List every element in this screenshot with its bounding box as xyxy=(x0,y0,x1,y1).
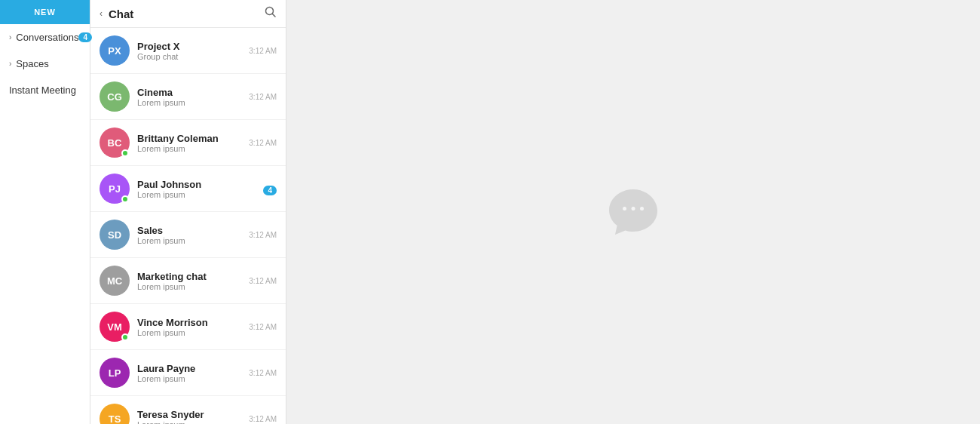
chat-time: 3:12 AM xyxy=(249,139,277,147)
new-button[interactable]: NEW xyxy=(0,0,90,24)
chat-list-item[interactable]: CGCinemaLorem ipsum3:12 AM xyxy=(90,74,286,120)
chat-placeholder-icon xyxy=(603,182,663,242)
chat-meta: 3:12 AM xyxy=(249,415,277,423)
chat-info: Teresa SnyderLorem ipsum xyxy=(137,409,243,425)
avatar: PX xyxy=(100,35,130,66)
chat-meta: 3:12 AM xyxy=(249,47,277,55)
avatar: VM xyxy=(100,312,130,342)
chat-header: ‹ Chat xyxy=(90,0,286,28)
chat-meta: 3:12 AM xyxy=(249,231,277,239)
chat-info: Brittany ColemanLorem ipsum xyxy=(137,133,243,153)
chevron-icon: › xyxy=(9,33,11,41)
chat-meta: 3:12 AM xyxy=(249,277,277,285)
chat-meta: 3:12 AM xyxy=(249,93,277,101)
chat-name: Cinema xyxy=(137,87,243,98)
chat-time: 3:12 AM xyxy=(249,277,277,285)
svg-line-1 xyxy=(273,14,276,17)
sidebar: NEW › Conversations 4 › Spaces Instant M… xyxy=(0,0,90,424)
avatar: PJ xyxy=(100,174,130,204)
sidebar-item-spaces[interactable]: › Spaces xyxy=(0,51,90,77)
chat-list-item[interactable]: PJPaul JohnsonLorem ipsum4 xyxy=(90,166,286,212)
chat-info: Paul JohnsonLorem ipsum xyxy=(137,179,257,199)
search-icon[interactable] xyxy=(265,6,277,21)
chat-time: 3:12 AM xyxy=(249,323,277,331)
chat-time: 3:12 AM xyxy=(249,369,277,377)
avatar: MC xyxy=(100,266,130,296)
online-indicator xyxy=(121,149,129,157)
sidebar-item-conversations[interactable]: › Conversations 4 xyxy=(0,24,90,51)
instant-meeting-label: Instant Meeting xyxy=(9,84,76,96)
chat-subtitle: Lorem ipsum xyxy=(137,98,243,107)
chat-list-item[interactable]: BCBrittany ColemanLorem ipsum3:12 AM xyxy=(90,120,286,166)
chat-list-item[interactable]: LPLaura PayneLorem ipsum3:12 AM xyxy=(90,350,286,396)
chat-info: CinemaLorem ipsum xyxy=(137,87,243,107)
chat-info: Project XGroup chat xyxy=(137,41,243,61)
chat-name: Brittany Coleman xyxy=(137,133,243,144)
chat-subtitle: Lorem ipsum xyxy=(137,420,243,425)
svg-rect-3 xyxy=(632,207,635,210)
chat-subtitle: Group chat xyxy=(137,52,243,61)
chat-meta: 3:12 AM xyxy=(249,323,277,331)
chat-time: 3:12 AM xyxy=(249,415,277,423)
chat-info: SalesLorem ipsum xyxy=(137,225,243,245)
main-area xyxy=(286,0,980,424)
chat-name: Teresa Snyder xyxy=(137,409,243,420)
conversations-label: Conversations xyxy=(16,32,78,43)
avatar: BC xyxy=(100,128,130,158)
chat-list-item[interactable]: SDSalesLorem ipsum3:12 AM xyxy=(90,212,286,258)
online-indicator xyxy=(121,333,129,341)
chat-name: Vince Morrison xyxy=(137,317,243,328)
sidebar-item-instant-meeting[interactable]: Instant Meeting xyxy=(0,77,90,103)
chat-subtitle: Lorem ipsum xyxy=(137,144,243,153)
chat-panel: ‹ Chat PXProject XGroup chat3:12 AMCGCin… xyxy=(90,0,286,424)
chat-subtitle: Lorem ipsum xyxy=(137,328,243,337)
chat-meta: 4 xyxy=(263,183,277,195)
chat-info: Laura PayneLorem ipsum xyxy=(137,363,243,383)
chat-list-item[interactable]: MCMarketing chatLorem ipsum3:12 AM xyxy=(90,258,286,304)
avatar: CG xyxy=(100,81,130,112)
chat-list-item[interactable]: VMVince MorrisonLorem ipsum3:12 AM xyxy=(90,304,286,350)
avatar: LP xyxy=(100,358,130,388)
chat-info: Marketing chatLorem ipsum xyxy=(137,271,243,291)
chat-meta: 3:12 AM xyxy=(249,369,277,377)
chat-subtitle: Lorem ipsum xyxy=(137,374,243,383)
back-chevron-icon[interactable]: ‹ xyxy=(100,8,103,19)
chat-title: Chat xyxy=(109,8,265,20)
chat-time: 3:12 AM xyxy=(249,231,277,239)
svg-rect-4 xyxy=(640,207,644,210)
avatar: TS xyxy=(100,404,130,424)
avatar: SD xyxy=(100,220,130,250)
chat-name: Marketing chat xyxy=(137,271,243,282)
chat-list-item[interactable]: TSTeresa SnyderLorem ipsum3:12 AM xyxy=(90,396,286,424)
chat-info: Vince MorrisonLorem ipsum xyxy=(137,317,243,337)
svg-rect-2 xyxy=(623,207,626,210)
chat-list-item[interactable]: PXProject XGroup chat3:12 AM xyxy=(90,28,286,74)
chat-subtitle: Lorem ipsum xyxy=(137,282,243,291)
chat-time: 3:12 AM xyxy=(249,47,277,55)
chat-subtitle: Lorem ipsum xyxy=(137,190,257,199)
chat-list: PXProject XGroup chat3:12 AMCGCinemaLore… xyxy=(90,28,286,424)
chat-name: Sales xyxy=(137,225,243,236)
chat-subtitle: Lorem ipsum xyxy=(137,236,243,245)
chat-name: Project X xyxy=(137,41,243,52)
unread-badge: 4 xyxy=(263,186,277,195)
online-indicator xyxy=(121,195,129,203)
chat-time: 3:12 AM xyxy=(249,93,277,101)
chat-meta: 3:12 AM xyxy=(249,139,277,147)
spaces-label: Spaces xyxy=(16,58,48,69)
chevron-icon: › xyxy=(9,60,11,68)
chat-name: Paul Johnson xyxy=(137,179,257,190)
chat-name: Laura Payne xyxy=(137,363,243,374)
